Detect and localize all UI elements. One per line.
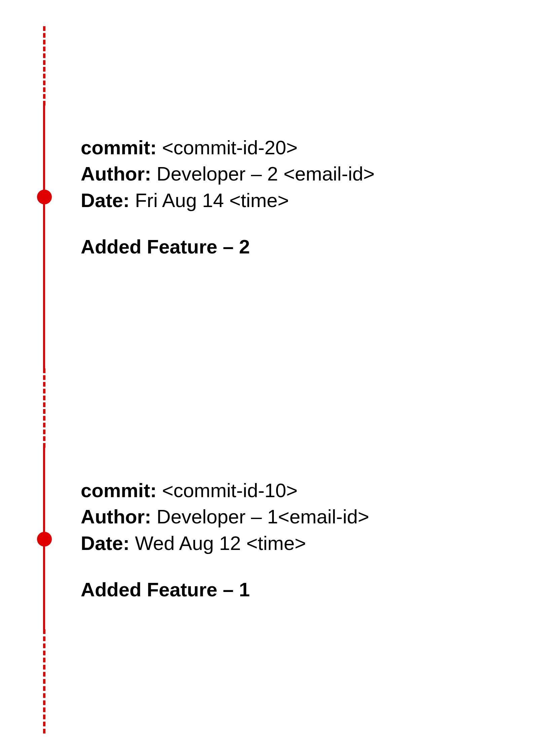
date-line: Date: Fri Aug 14 <time> <box>81 187 451 213</box>
commit-line: commit: <commit-id-20> <box>81 134 451 161</box>
timeline-dash-bottom <box>43 629 45 733</box>
git-log-timeline: commit: <commit-id-20> Author: Developer… <box>0 0 546 756</box>
date-label: Date: <box>81 189 130 211</box>
timeline-dash-mid <box>43 368 45 448</box>
date-line: Date: Wed Aug 12 <time> <box>81 530 451 556</box>
author-label: Author: <box>81 506 151 527</box>
author-label: Author: <box>81 163 151 185</box>
timeline-solid-1 <box>43 106 45 368</box>
commit-label: commit: <box>81 479 157 501</box>
commit-value: <commit-id-20> <box>157 136 298 158</box>
commit-entry: commit: <commit-id-20> Author: Developer… <box>81 134 451 260</box>
commit-message: Added Feature – 1 <box>81 576 451 603</box>
commit-value: <commit-id-10> <box>157 479 298 501</box>
author-value: Developer – 2 <email-id> <box>151 163 374 185</box>
author-line: Author: Developer – 2 <email-id> <box>81 161 451 187</box>
commit-label: commit: <box>81 136 157 158</box>
author-line: Author: Developer – 1<email-id> <box>81 504 451 530</box>
date-label: Date: <box>81 532 130 554</box>
commit-node-icon <box>37 532 52 547</box>
commit-node-icon <box>37 190 52 204</box>
commit-message: Added Feature – 2 <box>81 234 451 260</box>
date-value: Fri Aug 14 <time> <box>130 189 289 211</box>
timeline-dash-top <box>43 26 45 106</box>
author-value: Developer – 1<email-id> <box>151 506 369 527</box>
commit-line: commit: <commit-id-10> <box>81 477 451 504</box>
commit-entry: commit: <commit-id-10> Author: Developer… <box>81 477 451 603</box>
date-value: Wed Aug 12 <time> <box>130 532 306 554</box>
